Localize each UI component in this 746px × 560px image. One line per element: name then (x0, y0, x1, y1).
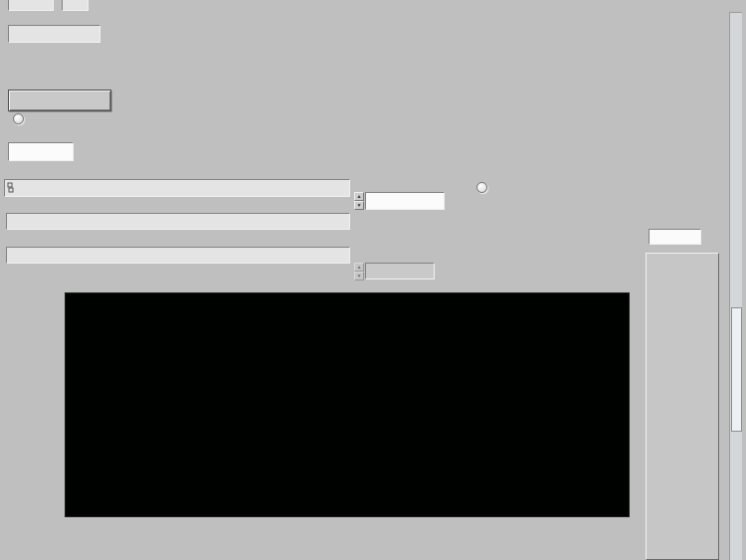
graph-history-spinner[interactable]: ▲▼ (354, 263, 364, 280)
disable-scaling-radio[interactable] (476, 182, 487, 193)
waveform-graph-canvas (65, 292, 630, 517)
front-panel: ▲▼ ▲▼ (0, 0, 746, 560)
scrollbar-thumb[interactable] (731, 307, 742, 432)
max-file-size-spinner[interactable]: ▲▼ (354, 192, 364, 210)
last-cmd-error-field (6, 213, 350, 230)
waveform-plot (66, 293, 631, 518)
iterations-field (649, 229, 701, 245)
plot-legend (646, 253, 719, 560)
last-stream-error-field (6, 247, 350, 264)
max-file-size-input[interactable] (365, 192, 445, 210)
graph-history-input[interactable] (365, 263, 435, 280)
vertical-scrollbar[interactable] (729, 12, 742, 560)
channel-table (0, 0, 746, 189)
